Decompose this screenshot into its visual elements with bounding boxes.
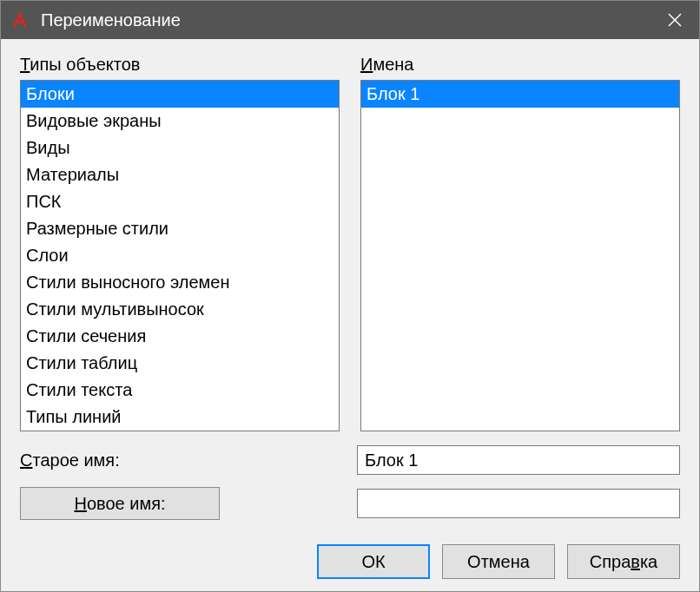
list-item[interactable]: Стили текста xyxy=(21,377,339,404)
list-item[interactable]: Видовые экраны xyxy=(21,108,339,135)
old-name-label: Старое имя: xyxy=(20,451,336,470)
new-name-label-cell: Новое имя: xyxy=(20,487,336,520)
names-listbox[interactable]: Блок 1 xyxy=(360,80,680,431)
list-item[interactable]: Слои xyxy=(21,242,339,269)
list-item[interactable]: Размерные стили xyxy=(21,215,339,242)
autocad-icon xyxy=(10,10,30,30)
close-button[interactable] xyxy=(650,1,699,39)
cancel-button[interactable]: Отмена xyxy=(442,544,555,579)
list-item[interactable]: Стили сечения xyxy=(21,323,339,350)
new-name-row: Новое имя: xyxy=(20,487,680,520)
object-types-label: Типы объектов xyxy=(20,55,340,75)
titlebar: Переименование xyxy=(1,1,699,39)
list-item[interactable]: ПСК xyxy=(21,188,339,215)
list-item[interactable]: Блок 1 xyxy=(361,81,679,108)
columns: Типы объектов БлокиВидовые экраныВидыМат… xyxy=(20,55,680,431)
list-item[interactable]: Материалы xyxy=(21,161,339,188)
bottom-section: Старое имя: Новое имя: ОК Отмена xyxy=(20,445,680,579)
old-name-row: Старое имя: xyxy=(20,445,680,475)
window-title: Переименование xyxy=(41,10,650,30)
dialog-body: Типы объектов БлокиВидовые экраныВидыМат… xyxy=(1,39,699,592)
list-item[interactable]: Стили таблиц xyxy=(21,350,339,377)
list-item[interactable]: Блоки xyxy=(21,81,339,108)
object-types-listbox[interactable]: БлокиВидовые экраныВидыМатериалыПСКРазме… xyxy=(20,80,340,431)
close-icon xyxy=(668,13,682,27)
old-name-input[interactable] xyxy=(357,445,680,475)
list-item[interactable]: Виды xyxy=(21,135,339,161)
ok-button[interactable]: ОК xyxy=(317,544,430,579)
names-column: Имена Блок 1 xyxy=(360,55,680,431)
list-item[interactable]: Стили выносного элемен xyxy=(21,269,339,296)
object-types-column: Типы объектов БлокиВидовые экраныВидыМат… xyxy=(20,55,340,431)
list-item[interactable]: Стили мультивыносок xyxy=(21,296,339,323)
new-name-button[interactable]: Новое имя: xyxy=(20,487,220,520)
rename-dialog: Переименование Типы объектов БлокиВидовы… xyxy=(0,0,700,592)
help-button[interactable]: Справка xyxy=(567,544,680,579)
dialog-buttons: ОК Отмена Справка xyxy=(20,544,680,579)
new-name-input[interactable] xyxy=(357,489,680,518)
names-label: Имена xyxy=(360,55,680,75)
list-item[interactable]: Типы линий xyxy=(21,404,339,431)
